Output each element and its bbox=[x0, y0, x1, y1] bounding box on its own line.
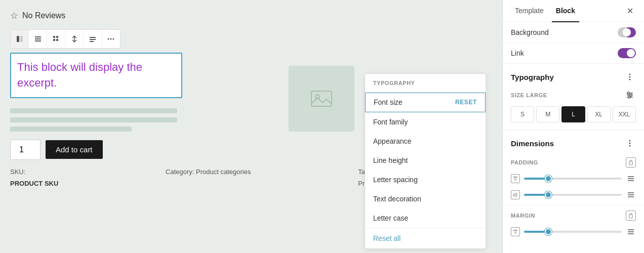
svg-rect-42 bbox=[514, 231, 516, 234]
top-spacing-icon bbox=[513, 176, 518, 181]
font-family-item[interactable]: Font family bbox=[365, 112, 486, 132]
dimensions-menu-btn[interactable] bbox=[624, 137, 636, 149]
size-s-btn[interactable]: S bbox=[511, 106, 534, 122]
svg-point-23 bbox=[627, 92, 629, 94]
margin-linked-icon[interactable] bbox=[626, 210, 636, 221]
svg-rect-36 bbox=[515, 193, 517, 197]
padding-linked-icon[interactable] bbox=[626, 157, 636, 167]
link-toggle-row: Link bbox=[503, 43, 644, 64]
toolbar-arrows-btn[interactable] bbox=[65, 30, 84, 48]
page-title-text: No Reviews bbox=[22, 11, 65, 20]
grid-icon bbox=[52, 35, 60, 43]
background-toggle[interactable] bbox=[618, 27, 636, 37]
excerpt-block[interactable]: This block will display the excerpt. bbox=[10, 53, 182, 98]
svg-rect-9 bbox=[90, 37, 96, 38]
size-row: SIZE LARGE bbox=[503, 87, 644, 106]
slider-adjust-2-icon bbox=[627, 191, 635, 199]
appearance-item[interactable]: Appearance bbox=[365, 132, 486, 151]
size-xxl-btn[interactable]: XXL bbox=[613, 106, 636, 122]
toolbar-list-btn[interactable] bbox=[29, 30, 47, 48]
font-size-reset-btn[interactable]: RESET bbox=[455, 99, 477, 106]
svg-rect-8 bbox=[56, 39, 58, 41]
list-icon bbox=[34, 35, 42, 43]
category-value bbox=[166, 180, 348, 187]
sidebar-content: Background Link Typography bbox=[503, 22, 644, 240]
side-spacing-icon bbox=[513, 192, 518, 197]
slider-adjust-1-icon bbox=[627, 175, 635, 183]
padding-slider-1-row bbox=[503, 171, 644, 187]
svg-rect-15 bbox=[311, 91, 332, 106]
text-decoration-item[interactable]: Text decoration bbox=[365, 189, 486, 208]
margin-slider[interactable] bbox=[524, 231, 622, 233]
svg-point-12 bbox=[108, 38, 109, 40]
margin-link-icon bbox=[628, 213, 633, 219]
typography-section-title: Typography bbox=[511, 73, 554, 81]
svg-rect-31 bbox=[514, 178, 516, 181]
main-canvas: ☆ No Reviews bbox=[0, 0, 502, 253]
svg-rect-2 bbox=[35, 36, 41, 37]
toolbar-layout-btn[interactable] bbox=[11, 30, 29, 48]
block-toolbar bbox=[10, 29, 120, 49]
font-size-row[interactable]: Font size RESET bbox=[365, 93, 486, 112]
size-buttons: S M L XL XXL bbox=[503, 106, 644, 130]
padding-slider-1[interactable] bbox=[524, 178, 622, 180]
padding-header: PADDING bbox=[503, 154, 644, 171]
padding-label: PADDING bbox=[511, 159, 538, 165]
layout-icon bbox=[16, 35, 24, 43]
margin-side-icon bbox=[511, 227, 520, 236]
padding-slider-2-thumb bbox=[545, 191, 552, 198]
svg-rect-29 bbox=[629, 161, 632, 165]
typography-menu-btn[interactable] bbox=[624, 71, 636, 83]
size-m-btn[interactable]: M bbox=[536, 106, 559, 122]
svg-rect-6 bbox=[56, 36, 58, 38]
close-button[interactable]: ✕ bbox=[624, 5, 636, 17]
svg-point-25 bbox=[628, 96, 630, 98]
toolbar-more-btn[interactable] bbox=[102, 30, 120, 48]
link-icon bbox=[628, 159, 633, 165]
margin-header: MARGIN bbox=[503, 205, 644, 224]
page-title: ☆ No Reviews bbox=[10, 10, 492, 21]
size-l-btn[interactable]: L bbox=[561, 106, 585, 122]
star-icon: ☆ bbox=[10, 10, 18, 21]
svg-point-18 bbox=[629, 76, 631, 78]
margin-spacing-icon bbox=[513, 229, 518, 234]
image-placeholder bbox=[289, 66, 354, 132]
tab-template[interactable]: Template bbox=[511, 0, 548, 22]
letter-case-item[interactable]: Letter case bbox=[365, 208, 486, 228]
padding-slider-2[interactable] bbox=[524, 194, 622, 196]
svg-rect-7 bbox=[53, 39, 55, 41]
reset-all-btn[interactable]: Reset all bbox=[365, 228, 486, 248]
typography-dropdown-header: TYPOGRAPHY bbox=[365, 74, 486, 93]
dimensions-header: Dimensions bbox=[503, 137, 644, 154]
line-height-item[interactable]: Line height bbox=[365, 151, 486, 170]
margin-adjust-btn[interactable] bbox=[626, 227, 636, 237]
toolbar-align-btn[interactable] bbox=[84, 30, 102, 48]
svg-rect-41 bbox=[513, 230, 517, 231]
more-icon bbox=[107, 35, 115, 43]
svg-rect-0 bbox=[17, 36, 19, 42]
padding-adjust-2-btn[interactable] bbox=[626, 190, 636, 200]
size-xl-btn[interactable]: XL bbox=[587, 106, 611, 122]
image-icon bbox=[309, 86, 334, 111]
add-to-cart-button[interactable]: Add to cart bbox=[46, 140, 103, 159]
svg-rect-40 bbox=[629, 215, 632, 218]
toolbar-grid-btn[interactable] bbox=[47, 30, 65, 48]
link-toggle[interactable] bbox=[618, 48, 636, 58]
svg-rect-3 bbox=[35, 38, 41, 39]
svg-rect-11 bbox=[90, 41, 94, 42]
size-adjust-btn[interactable] bbox=[624, 89, 636, 101]
margin-adjust-icon bbox=[627, 228, 635, 236]
quantity-input[interactable] bbox=[10, 140, 41, 160]
letter-spacing-item[interactable]: Letter spacing bbox=[365, 170, 486, 189]
padding-adjust-1-btn[interactable] bbox=[626, 174, 636, 184]
padding-side-icon-2 bbox=[511, 190, 520, 199]
font-size-label: Font size bbox=[374, 98, 402, 106]
link-toggle-thumb bbox=[627, 49, 635, 57]
svg-point-14 bbox=[113, 38, 114, 40]
align-icon bbox=[89, 35, 97, 43]
svg-rect-30 bbox=[513, 177, 517, 178]
svg-point-26 bbox=[629, 140, 631, 142]
margin-slider-row bbox=[503, 224, 644, 240]
tab-block[interactable]: Block bbox=[552, 0, 579, 22]
tab-bar: Template Block ✕ bbox=[503, 0, 644, 22]
